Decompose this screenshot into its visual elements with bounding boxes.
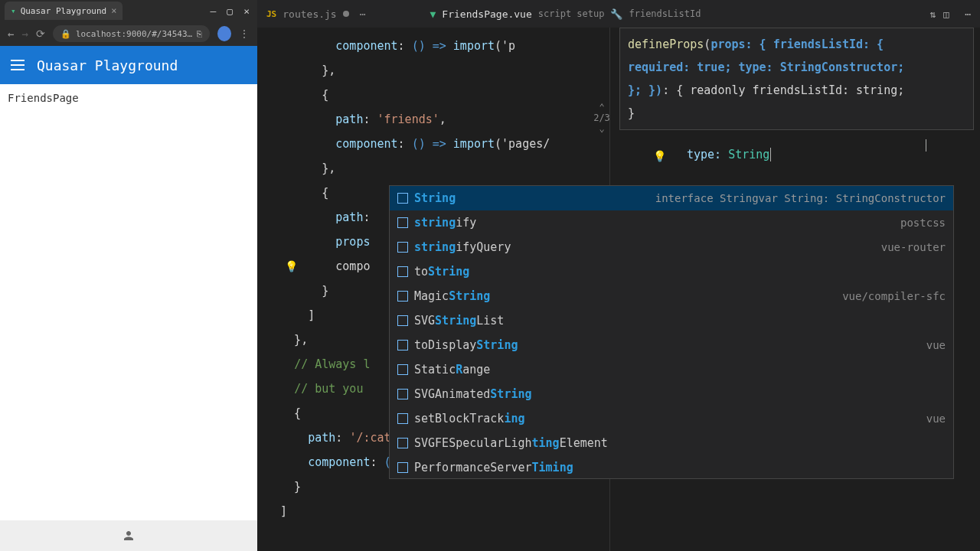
symbol-icon (397, 315, 408, 326)
symbol-icon (397, 364, 408, 375)
url-text: localhost:9000/#/34543… (76, 29, 192, 39)
chevron-up-icon[interactable]: ⌃ (590, 102, 614, 112)
more-icon[interactable]: ⋯ (360, 8, 366, 20)
breadcrumb[interactable]: friendsListId (629, 8, 701, 19)
symbol-icon (397, 389, 408, 399)
window-controls: — ▢ × (211, 5, 257, 17)
ide-window: JS routes.js ⋯ ▼ FriendsPage.vue script … (257, 0, 980, 551)
suggest-label: PerformanceServerTiming (414, 455, 939, 479)
wrench-icon: 🔧 (610, 8, 622, 20)
lock-icon: 🔒 (60, 29, 71, 39)
chevron-down-icon[interactable]: ⌄ (590, 123, 614, 134)
menu-icon[interactable] (11, 60, 24, 70)
tab-label: FriendsPage.vue (442, 8, 531, 20)
suggest-item[interactable]: SVGFESpecularLightingElement (390, 431, 953, 455)
vue-icon: ▾ (11, 6, 16, 16)
app-header: Quasar Playground (0, 46, 257, 84)
suggest-detail: vue (926, 333, 946, 357)
suggest-label: setBlockTracking (414, 406, 920, 431)
minimize-icon[interactable]: — (211, 5, 217, 17)
symbol-icon (397, 193, 408, 204)
reload-icon[interactable]: ⟳ (36, 28, 45, 40)
profile-avatar[interactable] (217, 26, 231, 41)
modified-icon (343, 11, 349, 17)
app-footer (0, 520, 257, 551)
back-icon[interactable]: ← (8, 28, 14, 40)
tab-label: routes.js (283, 8, 336, 20)
editor-tabbar: JS routes.js ⋯ ▼ FriendsPage.vue script … (257, 0, 980, 28)
suggest-item[interactable]: PerformanceServerTiming (390, 455, 953, 479)
editor-tab-routes[interactable]: JS routes.js ⋯ (257, 0, 375, 28)
suggest-detail: postcss (900, 210, 946, 235)
suggest-item[interactable]: MagicString vue/compiler-sfc (390, 284, 953, 308)
close-icon[interactable]: × (243, 5, 250, 17)
suggest-label: toString (414, 259, 939, 284)
suggest-label: StaticRange (414, 357, 939, 382)
symbol-icon (397, 413, 408, 424)
page-text: FriendsPage (8, 92, 250, 104)
code-line: }, (266, 156, 609, 181)
signature-nav[interactable]: ⌃ 2/3 ⌄ (590, 102, 614, 134)
vue-icon: ▼ (430, 8, 436, 20)
tab-actions: ⇅ ◫ ⋯ (930, 8, 980, 20)
signature-help: ⌃ 2/3 ⌄ defineProps(props: { friendsList… (619, 28, 974, 130)
js-icon: JS (266, 9, 276, 19)
tab-title: Quasar Playground (21, 6, 107, 16)
page-content: FriendsPage (0, 84, 257, 520)
suggest-label: SVGAnimatedString (414, 382, 939, 406)
split-icon[interactable]: ◫ (943, 8, 949, 20)
symbol-icon (397, 217, 408, 228)
code-line: component: () => import('pages/ (266, 132, 609, 156)
person-icon[interactable] (122, 529, 136, 543)
suggest-item[interactable]: toDisplayString vue (390, 333, 953, 357)
maximize-icon[interactable]: ▢ (227, 5, 233, 17)
browser-toolbar: ← → ⟳ 🔒 localhost:9000/#/34543… ⎘ ⋮ (0, 21, 257, 46)
suggest-item[interactable]: SVGStringList (390, 308, 953, 333)
close-icon[interactable]: × (111, 5, 116, 16)
app-title: Quasar Playground (37, 57, 178, 73)
code-line: component: () => import('p (266, 34, 609, 58)
suggest-detail: interface Stringvar String: StringConstr… (655, 186, 946, 210)
suggest-detail: vue (926, 406, 946, 431)
suggest-item[interactable]: stringify postcss (390, 210, 953, 235)
editor-tab-friendspage[interactable]: ▼ FriendsPage.vue script setup 🔧 friends… (421, 0, 710, 28)
lightbulb-icon[interactable]: 💡 (653, 144, 666, 168)
suggest-widget[interactable]: String interface Stringvar String: Strin… (389, 185, 954, 479)
suggest-item[interactable]: String interface Stringvar String: Strin… (390, 186, 953, 210)
suggest-item[interactable]: setBlockTracking vue (390, 406, 953, 431)
menu-icon[interactable]: ⋮ (239, 28, 250, 40)
breadcrumb[interactable]: script setup (538, 8, 605, 19)
symbol-icon (397, 291, 408, 302)
symbol-icon (397, 462, 408, 473)
browser-window: ▾ Quasar Playground × — ▢ × ← → ⟳ 🔒 loca… (0, 0, 257, 551)
suggest-detail: vue-router (881, 235, 946, 259)
forward-icon: → (21, 28, 28, 40)
suggest-item[interactable]: SVGAnimatedString (390, 382, 953, 406)
symbol-icon (397, 242, 408, 253)
address-bar[interactable]: 🔒 localhost:9000/#/34543… ⎘ (53, 25, 210, 42)
suggest-label: SVGFESpecularLightingElement (414, 431, 939, 455)
suggest-label: MagicString (414, 284, 836, 308)
suggest-label: toDisplayString (414, 333, 920, 357)
symbol-icon (397, 340, 408, 350)
compare-icon[interactable]: ⇅ (930, 8, 936, 20)
code-line: }, (266, 58, 609, 83)
suggest-item[interactable]: StaticRange (390, 357, 953, 382)
suggest-detail: vue/compiler-sfc (842, 284, 946, 308)
secondary-cursor (926, 139, 926, 152)
browser-tab[interactable]: ▾ Quasar Playground × (5, 2, 122, 20)
signature-counter: 2/3 (590, 112, 614, 123)
current-line: type: String (687, 142, 771, 167)
suggest-item[interactable]: stringifyQuery vue-router (390, 235, 953, 259)
more-icon[interactable]: ⋯ (965, 8, 971, 20)
symbol-icon (397, 438, 408, 448)
suggest-label: stringifyQuery (414, 235, 875, 259)
reader-icon[interactable]: ⎘ (197, 29, 202, 39)
suggest-item[interactable]: toString (390, 259, 953, 284)
suggest-label: stringify (414, 210, 894, 235)
lightbulb-icon[interactable]: 💡 (285, 254, 298, 279)
code-line: path: 'friends', (266, 107, 609, 132)
code-line: ] (266, 499, 609, 523)
suggest-label: String (414, 186, 649, 210)
editor-split: 💡 component: () => import('p }, { path: … (257, 28, 980, 551)
